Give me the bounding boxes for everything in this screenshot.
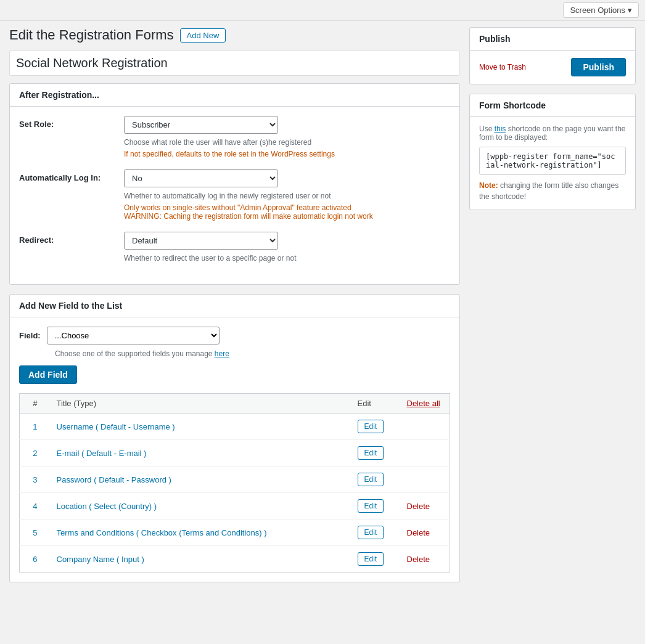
publish-panel: Publish Move to Trash Publish — [469, 27, 636, 84]
left-column: Edit the Registration Forms Add New Afte… — [9, 27, 460, 592]
table-row: 4 Location ( Select (Country) ) Edit Del… — [20, 493, 450, 520]
table-row: 3 Password ( Default - Password ) Edit — [20, 467, 450, 493]
page-title: Edit the Registration Forms — [9, 27, 174, 43]
screen-options-button[interactable]: Screen Options ▾ — [563, 2, 639, 18]
row-edit-button[interactable]: Edit — [358, 526, 384, 539]
add-new-field-header: Add New Field to the List — [10, 295, 459, 317]
row-delete-cell: Delete — [401, 493, 450, 520]
fields-table: # Title (Type) Edit Delete all 1 Usernam… — [19, 393, 450, 573]
set-role-label: Set Role: — [19, 116, 112, 129]
redirect-help: Whether to redirect the user to a specif… — [124, 253, 450, 264]
main-container: Edit the Registration Forms Add New Afte… — [0, 21, 645, 598]
publish-row: Move to Trash Publish — [479, 58, 626, 76]
field-choose-row: Field: ...Choose — [19, 327, 450, 344]
row-edit-cell: Edit — [351, 520, 401, 546]
delete-all-link[interactable]: Delete all — [407, 399, 440, 408]
table-row: 2 E-mail ( Default - E-mail ) Edit — [20, 440, 450, 467]
table-row: 1 Username ( Default - Username ) Edit — [20, 414, 450, 440]
row-title: E-mail ( Default - E-mail ) — [51, 440, 351, 467]
auto-login-help2: Only works on single-sites without "Admi… — [124, 203, 450, 212]
row-edit-button[interactable]: Edit — [358, 420, 384, 433]
auto-login-help3: WARNING: Caching the registration form w… — [124, 212, 450, 221]
publish-button[interactable]: Publish — [571, 58, 626, 76]
shortcode-use-text: Use this shortcode on the page you want … — [479, 124, 626, 142]
redirect-content: Default Whether to redirect the user to … — [124, 232, 450, 264]
row-title: Password ( Default - Password ) — [51, 467, 351, 493]
row-delete-cell — [401, 414, 450, 440]
page-header: Edit the Registration Forms Add New — [9, 27, 460, 43]
chevron-down-icon: ▾ — [628, 6, 632, 15]
set-role-row: Set Role: Subscriber Editor Author Contr… — [19, 116, 450, 158]
row-title: Company Name ( Input ) — [51, 546, 351, 573]
row-delete-link[interactable]: Delete — [407, 502, 430, 511]
row-title: Terms and Conditions ( Checkbox (Terms a… — [51, 520, 351, 546]
after-registration-body: Set Role: Subscriber Editor Author Contr… — [10, 107, 459, 284]
auto-login-select[interactable]: No Yes — [124, 169, 278, 187]
row-delete-cell — [401, 440, 450, 467]
col-edit-header: Edit — [351, 394, 401, 414]
row-edit-cell: Edit — [351, 440, 401, 467]
row-title: Username ( Default - Username ) — [51, 414, 351, 440]
row-edit-button[interactable]: Edit — [358, 552, 384, 566]
fields-tbody: 1 Username ( Default - Username ) Edit 2… — [20, 414, 450, 573]
add-new-button[interactable]: Add New — [180, 28, 226, 43]
field-choose-label: Field: — [19, 331, 41, 340]
screen-options-label: Screen Options — [570, 6, 625, 15]
add-new-field-section: Add New Field to the List Field: ...Choo… — [9, 294, 460, 582]
col-title-header: Title (Type) — [51, 394, 351, 414]
row-num: 4 — [20, 493, 51, 520]
note-text: changing the form title also changes the… — [479, 181, 618, 201]
redirect-label: Redirect: — [19, 232, 112, 245]
after-registration-section: After Registration... Set Role: Subscrib… — [9, 83, 460, 285]
row-num: 2 — [20, 440, 51, 467]
move-to-trash-link[interactable]: Move to Trash — [479, 63, 526, 71]
row-delete-cell: Delete — [401, 546, 450, 573]
after-registration-header: After Registration... — [10, 84, 459, 107]
top-bar: Screen Options ▾ — [0, 0, 645, 21]
row-edit-button[interactable]: Edit — [358, 446, 384, 460]
row-num: 1 — [20, 414, 51, 440]
redirect-select[interactable]: Default — [124, 232, 278, 250]
set-role-help2: If not specified, defaults to the role s… — [124, 150, 450, 158]
shortcode-panel-header: Form Shortcode — [470, 94, 635, 117]
auto-login-content: No Yes Whether to automatically log in t… — [124, 169, 450, 221]
row-edit-button[interactable]: Edit — [358, 473, 384, 486]
auto-login-row: Automatically Log In: No Yes Whether to … — [19, 169, 450, 221]
add-new-field-body: Field: ...Choose Choose one of the suppo… — [10, 317, 459, 582]
choose-help-text: Choose one of the supported fields you m… — [55, 349, 450, 358]
row-edit-cell: Edit — [351, 493, 401, 520]
shortcode-panel: Form Shortcode Use this shortcode on the… — [469, 94, 636, 210]
row-edit-cell: Edit — [351, 414, 401, 440]
choose-help-label: Choose one of the supported fields you m… — [55, 349, 213, 358]
row-edit-cell: Edit — [351, 467, 401, 493]
add-field-button[interactable]: Add Field — [19, 365, 77, 384]
row-delete-cell: Delete — [401, 520, 450, 546]
form-title-input[interactable] — [9, 51, 460, 76]
choose-help-link[interactable]: here — [215, 349, 229, 358]
set-role-content: Subscriber Editor Author Contributor Adm… — [124, 116, 450, 158]
row-edit-cell: Edit — [351, 546, 401, 573]
shortcode-panel-body: Use this shortcode on the page you want … — [470, 117, 635, 210]
set-role-select[interactable]: Subscriber Editor Author Contributor Adm… — [124, 116, 278, 134]
row-delete-link[interactable]: Delete — [407, 555, 430, 564]
table-header-row: # Title (Type) Edit Delete all — [20, 394, 450, 414]
field-choose-select[interactable]: ...Choose — [47, 327, 220, 344]
col-delete-all-header[interactable]: Delete all — [401, 394, 450, 414]
row-edit-button[interactable]: Edit — [358, 499, 384, 513]
this-link[interactable]: this — [495, 124, 506, 133]
redirect-row: Redirect: Default Whether to redirect th… — [19, 232, 450, 264]
auto-login-label: Automatically Log In: — [19, 169, 112, 182]
col-hash-header: # — [20, 394, 51, 414]
auto-login-help1: Whether to automatically log in the newl… — [124, 190, 450, 202]
shortcode-box: [wppb-register form_name="social-network… — [479, 147, 626, 175]
row-num: 6 — [20, 546, 51, 573]
shortcode-note: Note: changing the form title also chang… — [479, 180, 626, 202]
note-label: Note: — [479, 181, 498, 190]
set-role-help1: Choose what role the user will have afte… — [124, 137, 450, 148]
publish-panel-header: Publish — [470, 28, 635, 51]
row-delete-cell — [401, 467, 450, 493]
row-title: Location ( Select (Country) ) — [51, 493, 351, 520]
use-label: Use — [479, 124, 492, 133]
row-delete-link[interactable]: Delete — [407, 528, 430, 537]
table-row: 6 Company Name ( Input ) Edit Delete — [20, 546, 450, 573]
